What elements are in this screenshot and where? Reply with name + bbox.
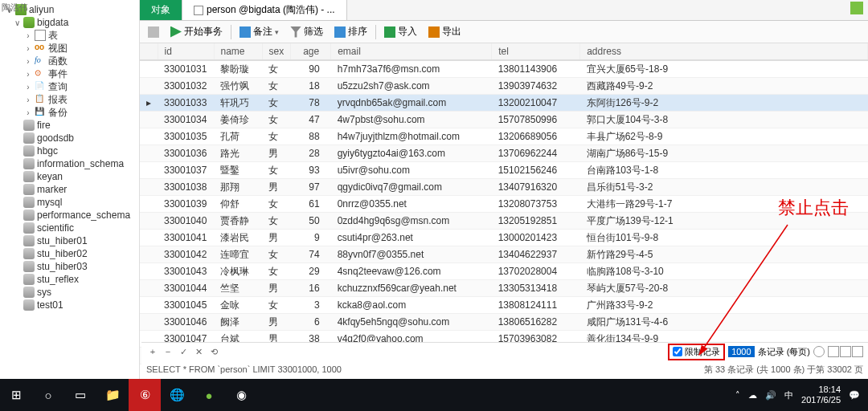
table-row[interactable]: 33001045金咏女3kcka8@aol.com13808124111广州路3…: [140, 297, 868, 314]
annotation-text: 禁止点击: [778, 196, 849, 220]
start-transaction-button[interactable]: 开始事务: [167, 23, 226, 40]
export-icon: [428, 26, 440, 38]
tree-db-open[interactable]: ∨bigdata: [0, 16, 139, 29]
tree-node-queries[interactable]: ›📄查询: [0, 80, 139, 93]
tree-db-sys[interactable]: sys: [0, 286, 139, 299]
tab-object[interactable]: 对象: [140, 0, 182, 20]
table-row[interactable]: 33001036路光男28gyiy6tygzto4ai@163.com13706…: [140, 145, 868, 162]
form-view-button[interactable]: [840, 346, 851, 357]
tree-db-stu_hiber01[interactable]: stu_hiber01: [0, 234, 139, 247]
tray-up-icon[interactable]: ˄: [735, 390, 740, 401]
query-icon: 📄: [35, 81, 46, 92]
table-row[interactable]: ▸33001033轩巩巧女78yrvqdnb65ak@gmail.com1320…: [140, 95, 868, 112]
filter-button[interactable]: 筛选: [287, 23, 326, 40]
table-row[interactable]: 33001046阙泽男64kfqy5eh5ngq@sohu.com1380651…: [140, 314, 868, 331]
table-row[interactable]: 33001032强竹飒女18u5zzu2sh7@ask.com139039746…: [140, 78, 868, 95]
db-tree-sidebar: ∨aliyun ∨bigdata ›表 ›oo视图 ›fo函数 ›⊙事件 ›📄查…: [0, 0, 140, 379]
limit-records-checkbox[interactable]: 限制记录: [668, 344, 725, 360]
table-row[interactable]: 33001044竺坚男16kchuzznxf569car@yeah.net133…: [140, 280, 868, 297]
tree-db-performance_schema[interactable]: performance_schema: [0, 209, 139, 222]
grid-view-button[interactable]: [828, 346, 839, 357]
col-email[interactable]: email: [331, 43, 492, 60]
taskbar-clock[interactable]: 18:142017/6/25: [801, 385, 841, 405]
backup-icon: 💾: [35, 107, 46, 118]
tree-node-reports[interactable]: ›📋报表: [0, 93, 139, 106]
page-info: 第 33 条记录 (共 1000 条) 于第 33002 页: [704, 364, 863, 376]
commit-button[interactable]: ✓: [177, 345, 190, 358]
table-icon: [35, 30, 46, 41]
table-row[interactable]: 33001039仰舒女610nrrz@0355.net13208073753大港…: [140, 196, 868, 213]
netease-button[interactable]: ⑥: [129, 379, 161, 411]
col-address[interactable]: address: [580, 43, 868, 60]
sql-preview: SELECT * FROM `person` LIMIT 33001000, 1…: [146, 364, 342, 374]
tray-ime[interactable]: 中: [784, 389, 793, 401]
memo-button[interactable]: 备注▾: [236, 23, 282, 40]
export-button[interactable]: 导出: [425, 23, 465, 40]
tree-node-backup[interactable]: ›💾备份: [0, 106, 139, 119]
tab-person[interactable]: person @bigdata (陶浩伟) - ...: [182, 0, 347, 20]
tree-db-stu_reflex[interactable]: stu_reflex: [0, 273, 139, 286]
tree-db-test01[interactable]: test01: [0, 299, 139, 311]
table-row[interactable]: 33001040贾香静女500zdd4hg9q6sg@msn.com132051…: [140, 213, 868, 230]
text-view-button[interactable]: [852, 346, 863, 357]
tray-notifications-icon[interactable]: 💬: [849, 390, 860, 401]
tree-db-scientific[interactable]: scientific: [0, 222, 139, 234]
col-name[interactable]: name: [214, 43, 262, 60]
col-id[interactable]: id: [158, 43, 214, 60]
tree-db-goodsdb[interactable]: goodsdb: [0, 132, 139, 144]
refresh-button[interactable]: ⟲: [207, 345, 220, 358]
tray-cloud-icon[interactable]: ☁: [748, 390, 757, 401]
database-icon: [23, 197, 35, 208]
tree-db-information_schema[interactable]: information_schema: [0, 157, 139, 170]
explorer-button[interactable]: 📁: [96, 379, 129, 411]
navicat-button[interactable]: ●: [193, 379, 225, 411]
database-icon: [23, 299, 35, 311]
tree-node-views[interactable]: ›oo视图: [0, 42, 139, 55]
pointer-button[interactable]: [145, 25, 162, 39]
app-logo-icon: [850, 2, 863, 14]
records-per-page-input[interactable]: 1000: [728, 346, 754, 357]
table-row[interactable]: 33001031黎盼璇女90h7mh73a7f6@msn.com13801143…: [140, 60, 868, 78]
cortana-button[interactable]: ○: [32, 379, 64, 411]
tree-node-tables[interactable]: ›表: [0, 29, 139, 42]
tree-node-functions[interactable]: ›fo函数: [0, 55, 139, 67]
tree-db-marker[interactable]: marker: [0, 183, 139, 196]
tray-volume-icon[interactable]: 🔊: [765, 390, 776, 401]
database-icon: [23, 17, 35, 28]
taskview-button[interactable]: ▭: [64, 379, 96, 411]
tree-db-keyan[interactable]: keyan: [0, 170, 139, 183]
memo-icon: [240, 26, 251, 38]
tree-node-events[interactable]: ›⊙事件: [0, 67, 139, 80]
tree-db-mysql[interactable]: mysql: [0, 196, 139, 209]
add-row-button[interactable]: +: [146, 345, 159, 358]
table-row[interactable]: 33001043冷枫琳女294snq2teevaw@126.com1370202…: [140, 263, 868, 280]
report-icon: 📋: [35, 94, 46, 105]
table-row[interactable]: 33001034姜倚珍女474w7pbst@sohu.com1570785099…: [140, 112, 868, 128]
table-row[interactable]: 33001038那翔男97qgydic0ivq7@gmail.com134079…: [140, 179, 868, 196]
tree-db-hbgc[interactable]: hbgc: [0, 144, 139, 157]
col-sex[interactable]: sex: [262, 43, 291, 60]
col-tel[interactable]: tel: [492, 43, 580, 60]
table-row[interactable]: 33001037暨鑿女93u5ivr@sohu.com15102156246台南…: [140, 162, 868, 179]
import-button[interactable]: 导入: [381, 23, 420, 40]
sort-button[interactable]: 排序: [331, 23, 371, 40]
chrome-button[interactable]: 🌐: [161, 379, 193, 411]
cancel-button[interactable]: ✕: [192, 345, 205, 358]
data-grid[interactable]: id name sex age email tel address 330010…: [140, 43, 868, 379]
tree-db-fire[interactable]: fire: [0, 119, 139, 132]
database-icon: [23, 235, 35, 246]
col-age[interactable]: age: [291, 43, 331, 60]
table-icon: [194, 6, 203, 15]
database-icon: [23, 222, 35, 234]
toolbar: 开始事务 备注▾ 筛选 排序 导入 导出: [140, 21, 868, 43]
app-button[interactable]: ◉: [225, 379, 257, 411]
tree-db-stu_hiber02[interactable]: stu_hiber02: [0, 247, 139, 260]
database-icon: [23, 158, 35, 169]
delete-row-button[interactable]: −: [162, 345, 174, 358]
table-row[interactable]: 33001042连啼宜女7488yvn0f7@0355.net134046229…: [140, 246, 868, 263]
settings-button[interactable]: [813, 346, 825, 357]
start-button[interactable]: ⊞: [0, 379, 32, 411]
table-row[interactable]: 33001035孔荷女88h4w7juyjthlzm@hotmail.com13…: [140, 128, 868, 145]
table-row[interactable]: 33001041漆岩民男9csuti4pr@263.net13000201423…: [140, 230, 868, 246]
tree-db-stu_hiber03[interactable]: stu_hiber03: [0, 260, 139, 273]
